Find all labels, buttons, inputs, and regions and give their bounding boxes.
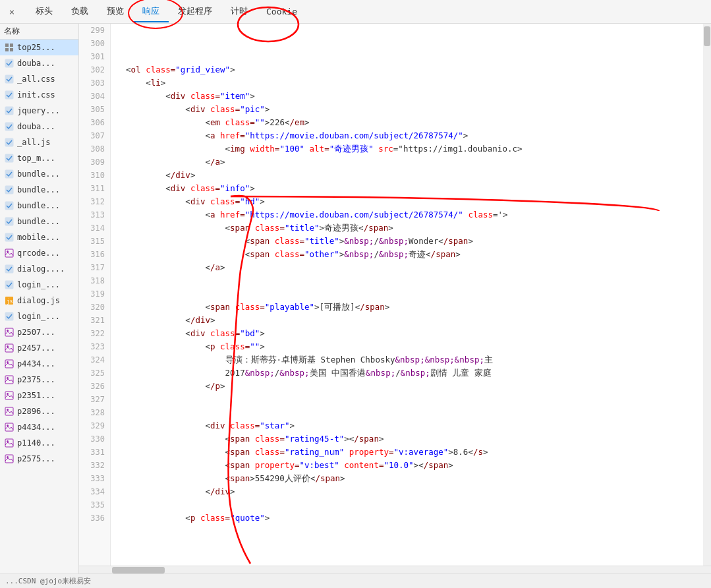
tab-payload[interactable]: 负载	[62, 1, 98, 22]
code-area: 2993003013023033043053063073083093103113…	[79, 24, 711, 573]
svg-rect-19	[5, 281, 13, 289]
svg-rect-14	[5, 218, 13, 225]
svg-rect-15	[5, 233, 13, 241]
code-line-329: <div class="star">	[116, 419, 698, 432]
sidebar-item-p2896[interactable]: p2896...	[0, 403, 78, 419]
check-icon	[4, 232, 14, 243]
line-number-326: 326	[79, 380, 110, 393]
svg-rect-23	[5, 328, 13, 336]
line-number-315: 315	[79, 235, 110, 248]
sidebar-item-dialogjs[interactable]: jsdialog.js	[0, 293, 78, 309]
scrollbar-thumb[interactable]	[704, 26, 710, 46]
svg-rect-6	[5, 91, 13, 99]
code-line-334: </div>	[116, 485, 698, 498]
check-icon	[4, 137, 14, 148]
sidebar-item-bundle2[interactable]: bundle...	[0, 182, 78, 198]
sidebar: 名称 top25...douba..._all.cssinit.cssjquer…	[0, 24, 79, 573]
line-number-309: 309	[79, 156, 110, 169]
svg-rect-11	[5, 170, 13, 178]
img-icon	[4, 438, 14, 448]
sidebar-item-dialog1[interactable]: dialog....	[0, 261, 78, 277]
code-line-300	[116, 37, 698, 50]
line-number-317: 317	[79, 261, 110, 274]
line-number-318: 318	[79, 274, 110, 287]
sidebar-item-qrcode[interactable]: qrcode...	[0, 245, 78, 261]
svg-rect-18	[5, 265, 13, 273]
line-number-320: 320	[79, 301, 110, 314]
sidebar-item-initcss[interactable]: init.css	[0, 87, 78, 103]
check-icon	[4, 264, 14, 274]
sidebar-item-bundle4[interactable]: bundle...	[0, 214, 78, 229]
code-line-315: <span class="title">&nbsp;/&nbsp;Wonder<…	[116, 235, 698, 248]
sidebar-item-login2[interactable]: login_...	[0, 309, 78, 324]
line-number-321: 321	[79, 314, 110, 327]
sidebar-item-douba1[interactable]: douba...	[0, 55, 78, 71]
sidebar-item-p2457[interactable]: p2457...	[0, 340, 78, 356]
svg-rect-7	[5, 107, 13, 115]
sidebar-label-dialogjs: dialog.js	[17, 296, 60, 305]
tab-timing[interactable]: 计时	[221, 1, 257, 22]
sidebar-item-p4434b[interactable]: p4434...	[0, 419, 78, 435]
line-number-306: 306	[79, 116, 110, 129]
svg-point-40	[7, 456, 9, 458]
svg-point-36	[7, 425, 9, 426]
code-line-317: </a>	[116, 261, 698, 274]
tab-initiator[interactable]: 发起程序	[169, 1, 221, 22]
line-number-329: 329	[79, 419, 110, 432]
line-number-303: 303	[79, 76, 110, 90]
sidebar-item-p4434a[interactable]: p4434...	[0, 356, 78, 372]
tab-preview[interactable]: 预览	[98, 1, 133, 22]
sidebar-label-p2896: p2896...	[17, 407, 55, 416]
sidebar-item-bundle3[interactable]: bundle...	[0, 198, 78, 214]
code-line-336: <p class="quote">	[116, 512, 698, 525]
sidebar-item-douba2[interactable]: douba...	[0, 119, 78, 134]
bottom-scrollbar[interactable]	[79, 566, 711, 573]
code-line-311: <div class="info">	[116, 182, 698, 195]
line-numbers: 2993003013023033043053063073083093103113…	[79, 24, 111, 566]
sidebar-label-bundle2: bundle...	[17, 185, 60, 194]
check-icon	[4, 200, 14, 211]
img-icon	[4, 390, 14, 401]
sidebar-item-p2507[interactable]: p2507...	[0, 324, 78, 340]
sidebar-item-p2375[interactable]: p2375...	[0, 372, 78, 388]
sidebar-item-p2351[interactable]: p2351...	[0, 388, 78, 403]
tab-header[interactable]: 标头	[26, 1, 62, 22]
sidebar-label-allcss: _all.css	[17, 74, 55, 84]
sidebar-item-login1[interactable]: login_...	[0, 277, 78, 293]
code-line-323: <p class="">	[116, 340, 698, 353]
code-line-316: <span class="other">&nbsp;/&nbsp;奇迹</spa…	[116, 248, 698, 261]
sidebar-label-initcss: init.css	[17, 90, 55, 100]
code-content: <ol class="grid_view"> <li> <div class="…	[111, 24, 703, 566]
bottom-scrollbar-thumb[interactable]	[112, 567, 165, 573]
sidebar-item-allcss[interactable]: _all.css	[0, 71, 78, 87]
tab-response[interactable]: 响应	[133, 1, 169, 22]
svg-rect-9	[5, 138, 13, 146]
sidebar-item-mobile[interactable]: mobile...	[0, 229, 78, 245]
code-line-325: 2017&nbsp;/&nbsp;美国 中国香港&nbsp;/&nbsp;剧情 …	[116, 367, 698, 380]
sidebar-item-jquery[interactable]: jquery...	[0, 103, 78, 119]
img-icon	[4, 327, 14, 338]
svg-rect-3	[10, 48, 13, 51]
close-button[interactable]: ×	[5, 5, 18, 18]
sidebar-label-p4434b: p4434...	[17, 423, 55, 432]
svg-text:js: js	[7, 299, 13, 305]
tab-cookie[interactable]: Cookie	[257, 3, 306, 22]
sidebar-label-bundle3: bundle...	[17, 201, 60, 210]
sidebar-item-p2575[interactable]: p2575...	[0, 451, 78, 467]
line-number-319: 319	[79, 287, 110, 301]
sidebar-item-alljs[interactable]: _all.js	[0, 134, 78, 150]
code-line-314: <span class="title">奇迹男孩</span>	[116, 221, 698, 235]
sidebar-label-p2507: p2507...	[17, 328, 55, 337]
sidebar-item-p1140[interactable]: p1140...	[0, 435, 78, 451]
line-number-324: 324	[79, 353, 110, 367]
main-area: 名称 top25...douba..._all.cssinit.cssjquer…	[0, 24, 711, 573]
sidebar-item-topm[interactable]: top_m...	[0, 150, 78, 166]
status-bar: ...CSDN @jojo来根易安	[0, 573, 711, 588]
code-scroll[interactable]: 2993003013023033043053063073083093103113…	[79, 24, 711, 566]
sidebar-item-bundle1[interactable]: bundle...	[0, 166, 78, 182]
scrollbar-track[interactable]	[703, 24, 711, 566]
svg-rect-10	[5, 154, 13, 162]
sidebar-item-top25[interactable]: top25...	[0, 40, 78, 55]
check-icon	[4, 90, 14, 100]
svg-rect-8	[5, 123, 13, 131]
